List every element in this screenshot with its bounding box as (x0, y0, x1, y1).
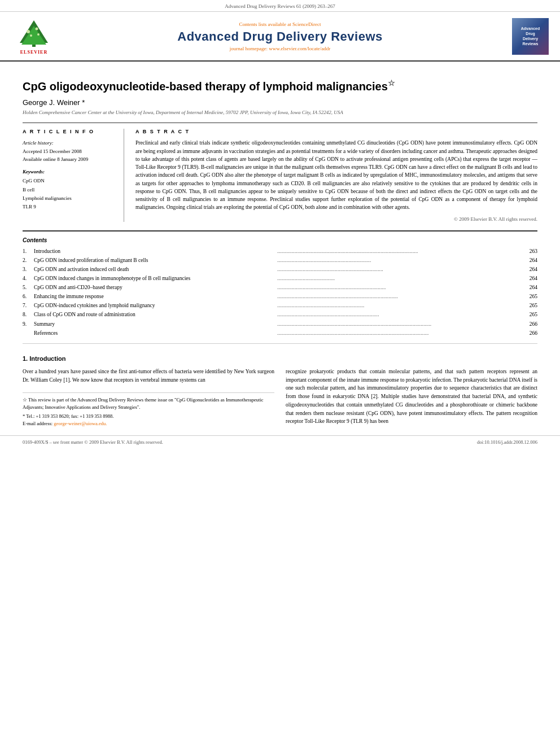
keyword-1: CpG ODN (23, 177, 115, 185)
footnote-section: ☆ This review is part of the Advanced Dr… (23, 392, 274, 427)
contents-num-5: 5. (23, 283, 34, 292)
contents-page-7: 265 (520, 301, 537, 310)
author-name: George J. Weiner * (23, 98, 537, 107)
svg-point-3 (27, 30, 30, 33)
journal-title: Advanced Drug Delivery Reviews (56, 29, 504, 44)
contents-num-2: 2. (23, 256, 34, 265)
contents-page-9: 266 (520, 320, 537, 329)
contents-title-9: Summary (34, 320, 277, 329)
journal-logo-right: AdvancedDrugDeliveryReviews (504, 18, 549, 55)
intro-left-col: Over a hundred years have passed since t… (23, 368, 274, 427)
contents-title-ref: References (34, 329, 277, 338)
contents-dots-7: ........................................… (277, 301, 520, 310)
issn-left: 0169-409X/$ – see front matter © 2009 El… (23, 439, 163, 445)
contents-row-1: 1. Introduction ........................… (23, 247, 537, 256)
contents-heading: Contents (23, 237, 537, 243)
footnote-email: E-mail address: george-weiner@uiowa.edu. (23, 420, 274, 427)
contents-title-2: CpG ODN induced proliferation of maligna… (34, 256, 277, 265)
keywords-section: Keywords: CpG ODN B cell Lymphoid malign… (23, 169, 115, 211)
accepted-date: Accepted 15 December 2008 (23, 147, 115, 155)
contents-dots-5: ........................................… (277, 283, 520, 292)
contents-page-6: 265 (520, 292, 537, 301)
abstract-text: Preclinical and early clinical trials in… (135, 139, 537, 211)
journal-logo-box: AdvancedDrugDeliveryReviews (512, 18, 549, 55)
elsevier-label: ELSEVIER (20, 50, 47, 55)
contents-num-1: 1. (23, 247, 34, 256)
contents-title-6: Enhancing the immune response (34, 292, 277, 301)
contents-title-3: CpG ODN and activation induced cell deat… (34, 265, 277, 274)
science-direct-link: Contents lists available at ScienceDirec… (56, 21, 504, 27)
contents-row-5: 5. CpG ODN and anti-CD20–based therapy .… (23, 283, 537, 292)
contents-dots-1: ........................................… (277, 247, 520, 256)
email-link[interactable]: george-weiner@uiowa.edu. (54, 421, 107, 426)
contents-num-6: 6. (23, 292, 34, 301)
contents-dots-6: ........................................… (277, 292, 520, 301)
footnote-author-note: * Tel.: +1 319 353 8620; fax: +1 319 353… (23, 413, 274, 420)
contents-num-3: 3. (23, 265, 34, 274)
article-history: Article history: Accepted 15 December 20… (23, 139, 115, 163)
elsevier-tree-icon (17, 18, 51, 49)
intro-right-col: recognize prokaryotic products that cont… (286, 368, 537, 427)
journal-header: ELSEVIER Contents lists available at Sci… (0, 12, 560, 62)
intro-right-text: recognize prokaryotic products that cont… (286, 368, 537, 426)
intro-left-text: Over a hundred years have passed since t… (23, 368, 274, 384)
science-direct-text[interactable]: ScienceDirect (292, 21, 321, 27)
contents-dots-9: ........................................… (277, 320, 520, 329)
contents-page-2: 264 (520, 256, 537, 265)
contents-row-ref: References .............................… (23, 329, 537, 338)
contents-row-2: 2. CpG ODN induced proliferation of mali… (23, 256, 537, 265)
introduction-section: 1. Introduction Over a hundred years hav… (23, 355, 537, 427)
contents-dots-8: ........................................… (277, 310, 520, 319)
abstract-heading: A B S T R A C T (135, 129, 537, 134)
introduction-heading: 1. Introduction (23, 355, 537, 362)
page-wrapper: Advanced Drug Delivery Reviews 61 (2009)… (0, 0, 560, 747)
contents-dots-2: ........................................… (277, 256, 520, 265)
contents-row-7: 7. CpG ODN-induced cytokines and lymphoi… (23, 301, 537, 310)
contents-title-8: Class of CpG ODN and route of administra… (34, 310, 277, 319)
contents-dots-3: ........................................… (277, 265, 520, 274)
svg-point-4 (36, 28, 38, 30)
contents-num-7: 7. (23, 301, 34, 310)
contents-section: Contents 1. Introduction ...............… (23, 230, 537, 344)
contents-page-5: 264 (520, 283, 537, 292)
article-info-heading: A R T I C L E I N F O (23, 129, 115, 134)
keyword-3: Lymphoid malignancies (23, 194, 115, 203)
article-title: CpG oligodeoxynucleotide-based therapy o… (23, 78, 537, 94)
keyword-4: TLR 9 (23, 203, 115, 211)
article-info-abstract-section: A R T I C L E I N F O Article history: A… (23, 123, 537, 221)
contents-table: 1. Introduction ........................… (23, 247, 537, 338)
available-date: Available online 8 January 2009 (23, 155, 115, 163)
issn-bar: 0169-409X/$ – see front matter © 2009 El… (0, 435, 560, 448)
contents-title-4: CpG ODN induced changes in immunophenoty… (34, 274, 277, 283)
contents-title-1: Introduction (34, 247, 277, 256)
affiliation: Holden Comprehensive Cancer Center at th… (23, 109, 537, 116)
title-star-icon: ☆ (388, 78, 395, 88)
contents-dots-4: ........................................… (277, 274, 520, 283)
contents-title-5: CpG ODN and anti-CD20–based therapy (34, 283, 277, 292)
elsevier-logo: ELSEVIER (11, 18, 56, 55)
contents-row-6: 6. Enhancing the immune response .......… (23, 292, 537, 301)
article-info-column: A R T I C L E I N F O Article history: A… (23, 129, 124, 221)
contents-num-8: 8. (23, 310, 34, 319)
contents-row-4: 4. CpG ODN induced changes in immunophen… (23, 274, 537, 283)
contents-page-ref: 266 (520, 329, 537, 338)
intro-two-col: Over a hundred years have passed since t… (23, 368, 537, 427)
contents-page-8: 265 (520, 310, 537, 319)
citation-bar: Advanced Drug Delivery Reviews 61 (2009)… (0, 0, 560, 12)
contents-row-3: 3. CpG ODN and activation induced cell d… (23, 265, 537, 274)
issn-doi: doi:10.1016/j.addr.2008.12.006 (477, 439, 537, 445)
main-content: CpG oligodeoxynucleotide-based therapy o… (0, 62, 560, 435)
copyright-line: © 2009 Elsevier B.V. All rights reserved… (135, 216, 537, 222)
contents-page-3: 264 (520, 265, 537, 274)
contents-row-8: 8. Class of CpG ODN and route of adminis… (23, 310, 537, 319)
contents-num-4: 4. (23, 274, 34, 283)
svg-point-5 (30, 34, 32, 37)
abstract-column: A B S T R A C T Preclinical and early cl… (135, 129, 537, 221)
contents-page-4: 264 (520, 274, 537, 283)
footnote-star-note: ☆ This review is part of the Advanced Dr… (23, 396, 274, 411)
keyword-2: B cell (23, 186, 115, 194)
history-label: Article history: (23, 139, 115, 147)
contents-title-7: CpG ODN-induced cytokines and lymphoid m… (34, 301, 277, 310)
citation-text: Advanced Drug Delivery Reviews 61 (2009)… (225, 3, 335, 9)
keywords-list: CpG ODN B cell Lymphoid malignancies TLR… (23, 177, 115, 211)
